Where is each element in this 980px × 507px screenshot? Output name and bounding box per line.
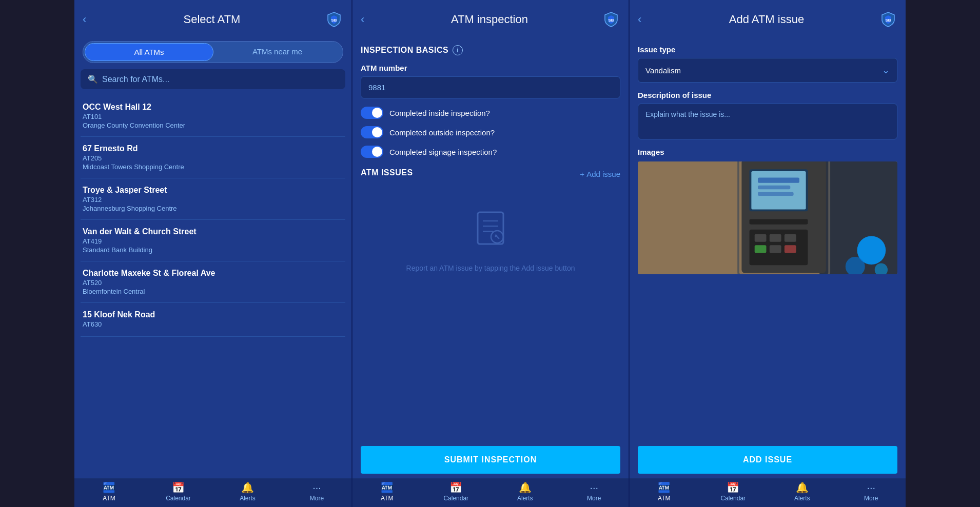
bell-nav-icon: 🔔 <box>241 482 254 493</box>
more-nav-icon-3: ··· <box>867 482 875 493</box>
list-item[interactable]: 67 Ernesto Rd AT205 Midcoast Towers Shop… <box>81 137 345 178</box>
inspection-header: ‹ ATM inspection SB <box>352 0 629 37</box>
empty-issues-state: Report an ATM issue by tapping the Add i… <box>361 188 620 294</box>
atm-id: AT520 <box>83 279 343 287</box>
atm-inspection-screen: ‹ ATM inspection SB INSPECTION BASICS i … <box>351 0 629 507</box>
nav-calendar-label-3: Calendar <box>720 495 746 502</box>
issue-type-value: Vandalism <box>645 66 681 75</box>
nav-more-label-2: More <box>587 495 601 502</box>
toggle-outside-switch[interactable] <box>361 126 383 138</box>
select-atm-screen: ‹ Select ATM SB All ATMs ATMs near me 🔍 … <box>74 0 351 507</box>
atm-location: Bloemfontein Central <box>83 288 343 295</box>
nav-alerts-label-1: Alerts <box>240 495 256 502</box>
nav-more-label-1: More <box>310 495 324 502</box>
atm-location: Midcoast Towers Shopping Centre <box>83 163 343 171</box>
list-item[interactable]: Troye & Jasper Street AT312 Johannesburg… <box>81 178 345 220</box>
atm-issues-title: ATM ISSUES <box>361 168 413 177</box>
issues-header: ATM ISSUES + Add issue <box>361 168 620 179</box>
svg-rect-21 <box>770 234 781 242</box>
calendar-nav-icon-2: 📅 <box>449 482 462 493</box>
bell-nav-icon-2: 🔔 <box>519 482 532 493</box>
atm-name: Troye & Jasper Street <box>83 186 343 195</box>
svg-rect-15 <box>758 178 799 183</box>
atm-nav-icon-3: 🏧 <box>658 482 671 493</box>
screen-3-title: Add ATM issue <box>654 13 879 26</box>
nav-alerts-3[interactable]: 🔔 Alerts <box>768 482 837 502</box>
atm-id: AT312 <box>83 196 343 204</box>
nav-alerts-2[interactable]: 🔔 Alerts <box>491 482 560 502</box>
nav-atm-2[interactable]: 🏧 ATM <box>352 482 422 502</box>
list-item[interactable]: Charlotte Maxeke St & Floreal Ave AT520 … <box>81 261 345 303</box>
nav-alerts-label-3: Alerts <box>794 495 810 502</box>
toggle-inside-switch[interactable] <box>361 107 383 119</box>
nav-atm-label-1: ATM <box>103 495 115 502</box>
svg-rect-14 <box>751 171 806 210</box>
nav-atm-label-3: ATM <box>658 495 670 502</box>
atm-photo <box>638 161 897 274</box>
inspection-basics-title: INSPECTION BASICS i <box>361 45 620 55</box>
atm-number-field[interactable]: 9881 <box>361 76 620 98</box>
add-atm-issue-screen: ‹ Add ATM issue SB Issue type Vandalism … <box>629 0 906 507</box>
select-atm-header: ‹ Select ATM SB <box>74 0 351 37</box>
tab-all-atms[interactable]: All ATMs <box>85 43 213 61</box>
toggle-signage[interactable]: Completed signage inspection? <box>361 146 620 158</box>
atm-list: OCC West Hall 12 AT101 Orange County Con… <box>74 95 351 478</box>
atm-name: OCC West Hall 12 <box>83 103 343 112</box>
back-button-2[interactable]: ‹ <box>361 13 377 26</box>
toggle-outside[interactable]: Completed outside inspection? <box>361 126 620 138</box>
toggle-inside[interactable]: Completed inside inspection? <box>361 107 620 119</box>
toggle-outside-label: Completed outside inspection? <box>389 128 495 137</box>
plus-icon: + <box>580 170 584 178</box>
bottom-nav-1: 🏧 ATM 📅 Calendar 🔔 Alerts ··· More <box>74 478 351 507</box>
atm-number-label: ATM number <box>361 64 620 72</box>
list-item[interactable]: 15 Kloof Nek Road AT630 <box>81 303 345 337</box>
submit-inspection-button[interactable]: SUBMIT INSPECTION <box>361 446 620 474</box>
svg-rect-23 <box>755 245 767 253</box>
svg-text:SB: SB <box>608 18 614 23</box>
issue-type-label: Issue type <box>638 45 897 54</box>
bottom-nav-3: 🏧 ATM 📅 Calendar 🔔 Alerts ··· More <box>630 478 906 507</box>
nav-atm-1[interactable]: 🏧 ATM <box>74 482 144 502</box>
back-button-1[interactable]: ‹ <box>83 13 99 26</box>
nav-alerts-label-2: Alerts <box>517 495 533 502</box>
inspection-content: INSPECTION BASICS i ATM number 9881 Comp… <box>352 37 629 442</box>
nav-atm-3[interactable]: 🏧 ATM <box>630 482 699 502</box>
toggle-inside-label: Completed inside inspection? <box>389 109 490 117</box>
chevron-down-icon: ⌄ <box>882 65 890 76</box>
nav-more-label-3: More <box>864 495 878 502</box>
atm-id: AT630 <box>83 320 343 328</box>
svg-text:SB: SB <box>885 18 891 23</box>
description-input[interactable]: Explain what the issue is... <box>638 104 897 139</box>
add-issue-button-submit[interactable]: ADD ISSUE <box>638 446 897 474</box>
nav-more-2[interactable]: ··· More <box>560 482 629 502</box>
nav-atm-label-2: ATM <box>381 495 393 502</box>
nav-calendar-1[interactable]: 📅 Calendar <box>144 482 213 502</box>
logo-3: SB <box>879 10 897 29</box>
list-item[interactable]: Van der Walt & Church Street AT419 Stand… <box>81 220 345 261</box>
nav-more-1[interactable]: ··· More <box>282 482 351 502</box>
add-issue-label: Add issue <box>586 170 620 178</box>
nav-calendar-3[interactable]: 📅 Calendar <box>699 482 768 502</box>
nav-more-3[interactable]: ··· More <box>837 482 906 502</box>
toggle-signage-switch[interactable] <box>361 146 383 158</box>
atm-image-inner <box>638 161 897 274</box>
nav-calendar-2[interactable]: 📅 Calendar <box>422 482 491 502</box>
tab-atms-near-me[interactable]: ATMs near me <box>213 43 341 61</box>
info-icon[interactable]: i <box>453 45 463 55</box>
add-issue-button[interactable]: + Add issue <box>580 170 620 178</box>
images-label: Images <box>638 148 897 156</box>
list-item[interactable]: OCC West Hall 12 AT101 Orange County Con… <box>81 95 345 137</box>
screen-1-title: Select ATM <box>99 13 325 26</box>
description-label: Description of issue <box>638 91 897 99</box>
bell-nav-icon-3: 🔔 <box>796 482 809 493</box>
search-bar[interactable]: 🔍 Search for ATMs... <box>81 69 345 89</box>
atm-id: AT101 <box>83 113 343 120</box>
svg-rect-2 <box>478 212 503 244</box>
nav-alerts-1[interactable]: 🔔 Alerts <box>213 482 282 502</box>
bottom-nav-2: 🏧 ATM 📅 Calendar 🔔 Alerts ··· More <box>352 478 629 507</box>
atm-name: 67 Ernesto Rd <box>83 144 343 153</box>
search-icon: 🔍 <box>88 74 98 84</box>
calendar-nav-icon-3: 📅 <box>727 482 739 493</box>
back-button-3[interactable]: ‹ <box>638 13 654 26</box>
issue-type-dropdown[interactable]: Vandalism ⌄ <box>638 58 897 83</box>
